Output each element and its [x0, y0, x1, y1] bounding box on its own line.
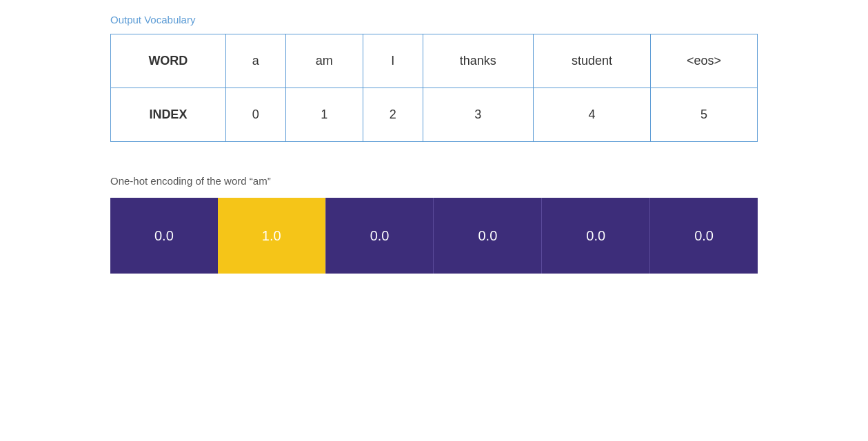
- index-cell-1: 1: [285, 88, 363, 142]
- encoding-cell-4: 0.0: [541, 198, 649, 274]
- encoding-cell-2: 0.0: [325, 198, 434, 274]
- word-cell-5: <eos>: [651, 34, 758, 88]
- encoding-cell-0: 0.0: [110, 198, 218, 274]
- vocab-section-title: Output Vocabulary: [110, 14, 758, 25]
- index-cell-4: 4: [533, 88, 650, 142]
- index-cell-0: 0: [225, 88, 285, 142]
- word-cell-1: am: [285, 34, 363, 88]
- vocab-table: WORD a am I thanks student <eos> INDEX 0…: [110, 34, 758, 142]
- index-cell-5: 5: [651, 88, 758, 142]
- word-row: WORD a am I thanks student <eos>: [111, 34, 758, 88]
- encoding-section: One-hot encoding of the word “am” 0.0 1.…: [110, 175, 758, 274]
- index-header: INDEX: [111, 88, 226, 142]
- word-cell-4: student: [533, 34, 650, 88]
- vocab-section: Output Vocabulary WORD a am I thanks stu…: [110, 14, 758, 142]
- word-cell-3: thanks: [423, 34, 533, 88]
- word-header: WORD: [111, 34, 226, 88]
- word-cell-2: I: [363, 34, 423, 88]
- index-row: INDEX 0 1 2 3 4 5: [111, 88, 758, 142]
- index-cell-3: 3: [423, 88, 533, 142]
- encoding-cell-5: 0.0: [649, 198, 758, 274]
- encoding-cell-3: 0.0: [433, 198, 541, 274]
- encoding-section-title: One-hot encoding of the word “am”: [110, 175, 758, 187]
- encoding-cell-1: 1.0: [218, 198, 325, 274]
- index-cell-2: 2: [363, 88, 423, 142]
- word-cell-0: a: [225, 34, 285, 88]
- main-container: Output Vocabulary WORD a am I thanks stu…: [0, 0, 868, 287]
- encoding-bar: 0.0 1.0 0.0 0.0 0.0 0.0: [110, 198, 758, 274]
